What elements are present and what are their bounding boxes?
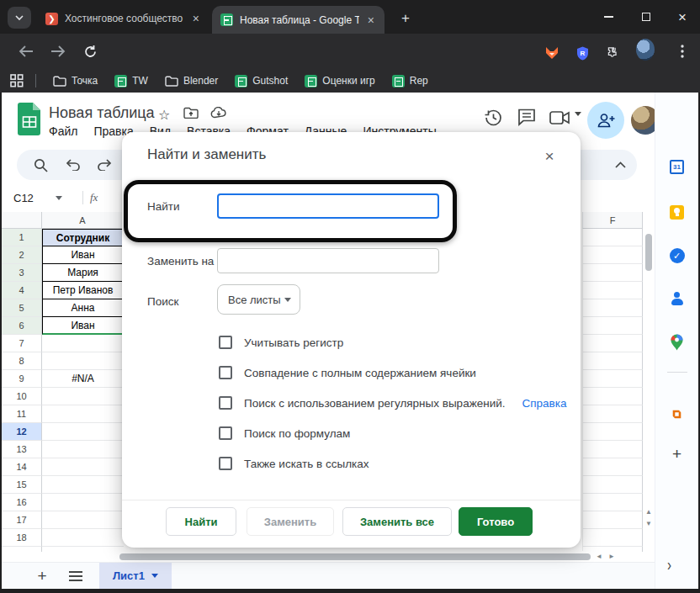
cell-F8[interactable]: [582, 352, 643, 370]
all-sheets-button[interactable]: [64, 571, 88, 581]
help-link[interactable]: Справка: [522, 397, 566, 410]
cell-F3[interactable]: [582, 264, 643, 282]
tasks-icon[interactable]: ✓: [669, 247, 686, 264]
cell-F7[interactable]: [582, 335, 643, 352]
cell-F11[interactable]: [582, 405, 643, 423]
cell-A5[interactable]: Анна: [42, 299, 124, 317]
replace-input[interactable]: [217, 248, 439, 273]
menu-файл[interactable]: Файл: [49, 124, 77, 138]
cell-A2[interactable]: Иван: [42, 246, 124, 264]
checkbox-icon[interactable]: [219, 457, 232, 470]
vertical-scrollbar-thumb[interactable]: [645, 234, 652, 271]
row-header-18[interactable]: 18: [2, 529, 42, 547]
cell-F12[interactable]: [582, 423, 643, 441]
scroll-down-icon[interactable]: ▼: [643, 518, 655, 529]
checkbox-row-2[interactable]: Совпадение с полным содержанием ячейки: [219, 364, 476, 381]
share-button[interactable]: [587, 102, 624, 139]
cell-F13[interactable]: [582, 441, 643, 458]
row-header-11[interactable]: 11: [2, 405, 42, 423]
cell-F6[interactable]: [582, 317, 643, 335]
row-header-5[interactable]: 5: [2, 299, 42, 317]
row-header-13[interactable]: 13: [2, 441, 42, 458]
window-close-button[interactable]: ×: [663, 0, 700, 34]
checkbox-icon[interactable]: [219, 396, 232, 410]
collapse-panel-icon[interactable]: ›: [667, 554, 671, 574]
row-header-7[interactable]: 7: [2, 335, 42, 352]
row-header-8[interactable]: 8: [2, 352, 42, 370]
cell-F18[interactable]: [582, 529, 643, 547]
cell-A9[interactable]: #N/A: [42, 370, 124, 388]
checkbox-row-4[interactable]: Поиск по формулам: [219, 425, 350, 442]
row-header-6[interactable]: 6: [2, 317, 42, 335]
sheet-tab-caret[interactable]: [151, 574, 158, 578]
name-box-caret[interactable]: [56, 196, 62, 200]
cell-A13[interactable]: [42, 441, 124, 458]
cell-F9[interactable]: [582, 370, 643, 388]
sheets-logo-icon[interactable]: [17, 103, 42, 136]
sheet-tab-list1[interactable]: Лист1: [99, 563, 172, 590]
move-folder-icon[interactable]: [183, 107, 199, 119]
cell-F4[interactable]: [582, 282, 643, 299]
bookmark-gutshot[interactable]: Gutshot: [230, 75, 293, 87]
column-header-f[interactable]: F: [582, 212, 643, 229]
search-scope-select[interactable]: Все листы: [217, 284, 300, 315]
addon-icon[interactable]: [669, 405, 686, 422]
row-header-14[interactable]: 14: [2, 458, 42, 476]
row-header-12[interactable]: 12: [2, 423, 42, 441]
cell-A1[interactable]: Сотрудник: [42, 229, 124, 246]
row-header-2[interactable]: 2: [2, 246, 42, 264]
bookmark-точка[interactable]: Точка: [48, 75, 103, 87]
browser-tab-1[interactable]: ❯Хостинговое сообщество «Tim×: [37, 6, 209, 31]
find-input[interactable]: [217, 193, 439, 219]
scroll-up-icon[interactable]: ▲: [643, 506, 655, 517]
star-icon[interactable]: ☆: [158, 107, 170, 123]
bookmark-оценки-игр[interactable]: Оценки игр: [300, 75, 379, 87]
cell-F15[interactable]: [582, 476, 643, 494]
cloud-status-icon[interactable]: [210, 107, 227, 119]
collapse-toolbar-icon[interactable]: [612, 156, 628, 173]
cell-A10[interactable]: [42, 388, 124, 405]
cell-A15[interactable]: [42, 476, 124, 494]
row-header-9[interactable]: 9: [2, 370, 42, 388]
cell-F1[interactable]: [582, 229, 643, 246]
cell-A16[interactable]: [42, 494, 124, 511]
replace-all-button[interactable]: Заменить все: [342, 507, 452, 536]
name-box[interactable]: C12: [2, 192, 76, 204]
horizontal-scrollbar-thumb[interactable]: [119, 553, 591, 560]
cell-F2[interactable]: [582, 246, 643, 264]
cell-A7[interactable]: [42, 335, 124, 352]
cell-F14[interactable]: [582, 458, 643, 476]
tab-search-button[interactable]: [8, 7, 31, 29]
cell-F5[interactable]: [582, 299, 643, 317]
checkbox-row-5[interactable]: Также искать в ссылках: [219, 455, 369, 472]
cell-A3[interactable]: Мария: [42, 264, 124, 282]
scroll-right-icon[interactable]: ►: [606, 551, 618, 562]
column-header-a[interactable]: A: [42, 212, 124, 229]
cell-A12[interactable]: [42, 423, 124, 441]
window-minimize-button[interactable]: [589, 0, 628, 34]
row-header-1[interactable]: 1: [2, 229, 42, 246]
apps-grid-icon[interactable]: [10, 74, 24, 87]
reload-button[interactable]: [81, 42, 99, 61]
cell-A14[interactable]: [42, 458, 124, 476]
checkbox-row-1[interactable]: Учитывать регистр: [219, 334, 343, 351]
browser-menu-button[interactable]: [673, 42, 692, 61]
tab-close-icon[interactable]: ×: [366, 13, 376, 27]
checkbox-icon[interactable]: [219, 366, 232, 379]
cell-A11[interactable]: [42, 405, 124, 423]
back-button[interactable]: [17, 42, 35, 61]
undo-icon[interactable]: [65, 156, 82, 173]
redo-icon[interactable]: [96, 156, 113, 173]
horizontal-scrollbar[interactable]: ◄ ►: [42, 551, 619, 562]
contacts-icon[interactable]: [669, 290, 686, 307]
find-button[interactable]: Найти: [166, 507, 236, 536]
search-icon[interactable]: [32, 156, 49, 173]
shield-extension-icon[interactable]: R: [573, 44, 591, 62]
row-header-19[interactable]: 19: [2, 547, 42, 552]
window-maximize-button[interactable]: [627, 0, 666, 34]
extensions-puzzle-icon[interactable]: [601, 43, 619, 61]
row-header-3[interactable]: 3: [2, 264, 42, 282]
dialog-close-button[interactable]: ×: [539, 146, 559, 167]
document-title[interactable]: Новая таблица: [49, 104, 155, 122]
cell-F16[interactable]: [582, 494, 643, 511]
